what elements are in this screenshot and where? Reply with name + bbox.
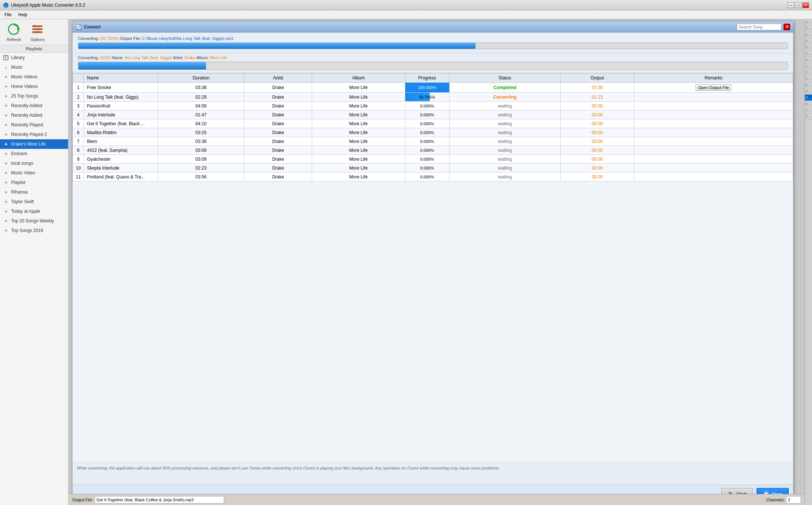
menu-help[interactable]: Help — [15, 10, 30, 19]
sidebar-item-recently-played-2[interactable]: ✦ Recently Played 2 — [0, 130, 68, 139]
cell-progress-7: 0.000% — [405, 146, 449, 155]
cell-num-4: 5 — [73, 119, 84, 128]
cell-remarks-0[interactable]: Open Output File — [634, 83, 793, 93]
sidebar-item-drakes-more-life[interactable]: ✦ Drake's More Life — [0, 139, 68, 149]
star-icon-music-videos: ✦ — [3, 74, 9, 80]
right-panel-item-1: C ... — [805, 19, 812, 25]
progress-label-2: Converting: (2/20) Name: No Long Talk (f… — [78, 55, 788, 60]
cell-num-0: 1 — [73, 83, 84, 93]
minimize-button[interactable]: ─ — [788, 2, 794, 8]
output-file-input[interactable] — [95, 496, 224, 504]
cell-artist-7: Drake — [244, 146, 312, 155]
sidebar-label-recently-added-1: Recently Added — [11, 103, 42, 108]
star-icon-eminem: ✦ — [3, 151, 9, 157]
sidebar-item-music-video[interactable]: ✦ Music Video — [0, 168, 68, 178]
open-output-file-button[interactable]: Open Output File — [696, 84, 732, 91]
library-icon — [3, 55, 9, 61]
col-header-output: Output — [561, 74, 634, 83]
sidebar-label-library: Library — [11, 55, 25, 60]
cell-name-3: Jorja Interlude — [84, 110, 158, 119]
cell-duration-8: 03:09 — [158, 155, 244, 164]
sidebar-item-taylor-swift[interactable]: ✦ Taylor Swift — [0, 197, 68, 207]
cell-output-5: 00:00 — [561, 128, 634, 137]
sidebar-item-eminem[interactable]: ✦ Eminem — [0, 149, 68, 158]
table-row: 4Jorja Interlude01:47DrakeMore Life0.000… — [73, 110, 793, 119]
cell-album-2: More Life — [312, 102, 405, 110]
sidebar-item-top-songs-2019[interactable]: ✦ Top Songs 2019 — [0, 226, 68, 235]
cell-name-1: No Long Talk (feat. Giggs) — [84, 93, 158, 102]
table-scroll-area[interactable]: Name Duration Artist Album Progress Stat… — [72, 73, 793, 463]
right-panel-item-14: C ... — [805, 101, 812, 107]
convert-table: Name Duration Artist Album Progress Stat… — [72, 73, 793, 181]
sidebar-item-top-20-songs-weekly[interactable]: ✦ Top 20 Songs Weekly — [0, 216, 68, 226]
progress-section-2: Converting: (2/20) Name: No Long Talk (f… — [72, 53, 793, 73]
cell-num-2: 3 — [73, 102, 84, 110]
output-prefix-1: Output File: — [120, 36, 141, 41]
channels-input[interactable] — [786, 496, 801, 504]
menu-file[interactable]: File — [1, 10, 14, 19]
sidebar-item-today-at-apple[interactable]: ✦ Today at Apple — [0, 207, 68, 216]
cell-status-5: waiting — [449, 128, 561, 137]
sidebar-item-music[interactable]: ♪ Music — [0, 62, 68, 72]
right-panel-item-15: C ... — [805, 107, 812, 113]
cell-album-8: More Life — [312, 155, 405, 164]
channels-label: Channels: — [766, 498, 785, 502]
window-title: Ukeysoft Apple Music Converter 6.5.2 — [11, 3, 785, 8]
sidebar-item-recently-added-2[interactable]: ✦ Recently Added — [0, 110, 68, 120]
sidebar-item-recently-played[interactable]: ✦ Recently Played — [0, 120, 68, 130]
table-row: 9Gyalchester03:09DrakeMore Life0.000%wai… — [73, 155, 793, 164]
table-row: 10Skepta Interlude02:23DrakeMore Life0.0… — [73, 164, 793, 173]
cell-duration-1: 02:29 — [158, 93, 244, 102]
sidebar-item-playlist[interactable]: ✦ Playlist — [0, 178, 68, 187]
cell-duration-3: 01:47 — [158, 110, 244, 119]
sidebar-label-today-at-apple: Today at Apple — [11, 209, 40, 214]
dialog-search-input[interactable] — [737, 24, 781, 30]
progress-bar-outer-2 — [78, 62, 788, 70]
cell-album-10: More Life — [312, 173, 405, 181]
options-button[interactable]: Options — [28, 21, 48, 43]
cell-duration-7: 03:06 — [158, 146, 244, 155]
cell-duration-4: 04:10 — [158, 119, 244, 128]
sidebar-item-recently-added-1[interactable]: ✦ Recently Added — [0, 101, 68, 110]
cell-duration-0: 03:38 — [158, 83, 244, 93]
music-icon: ♪ — [3, 64, 9, 70]
sidebar-item-rihanna[interactable]: ✦ Rihanna — [0, 187, 68, 197]
star-icon-top-songs-2019: ✦ — [3, 228, 9, 233]
maximize-button[interactable]: □ — [795, 2, 802, 8]
right-panel-item-7: C ... — [805, 57, 812, 63]
dialog-close-button[interactable]: ✕ — [784, 24, 790, 30]
converting-percent-1: (55.703%) — [100, 36, 119, 41]
cell-num-1: 2 — [73, 93, 84, 102]
cell-remarks-1 — [634, 93, 793, 102]
col-header-duration: Duration — [158, 74, 244, 83]
cell-progress-2: 0.000% — [405, 102, 449, 110]
sidebar-item-library[interactable]: Library — [0, 53, 68, 62]
table-body: 1Free Smoke03:38DrakeMore Life100.000%Co… — [73, 83, 793, 181]
converting-album-2: More Life — [210, 55, 227, 60]
cell-album-6: More Life — [312, 137, 405, 146]
cell-progress-9: 0.000% — [405, 164, 449, 173]
sidebar-item-25-top-songs[interactable]: ✦ 25 Top Songs — [0, 91, 68, 101]
cell-progress-5: 0.000% — [405, 128, 449, 137]
window-controls: ─ □ ✕ — [788, 2, 809, 8]
cell-progress-3: 0.000% — [405, 110, 449, 119]
cell-duration-2: 04:58 — [158, 102, 244, 110]
dialog-title: Convert — [84, 24, 735, 30]
progress-bar-inner-1 — [78, 43, 476, 49]
channels-field: Channels: — [766, 496, 801, 504]
cell-output-6: 00:00 — [561, 137, 634, 146]
sidebar-label-recently-played: Recently Played — [11, 122, 43, 127]
cell-remarks-5 — [634, 128, 793, 137]
sidebar-item-music-videos[interactable]: ✦ Music Videos — [0, 72, 68, 82]
sidebar-item-local-songs[interactable]: ✦ local songs — [0, 158, 68, 168]
toolbar: Refresh Options — [0, 19, 68, 45]
col-header-name: Name — [84, 74, 158, 83]
right-panel-item-12: C ... — [805, 88, 812, 95]
sidebar-item-home-videos[interactable]: ✦ Home Videos — [0, 82, 68, 91]
cell-status-7: waiting — [449, 146, 561, 155]
refresh-button[interactable]: Refresh — [4, 21, 24, 43]
converting-artist-2: Drake — [185, 55, 195, 60]
star-icon-recently-added-2: ✦ — [3, 112, 9, 118]
progress-bar-inner-2 — [78, 62, 206, 69]
close-button[interactable]: ✕ — [802, 2, 809, 8]
